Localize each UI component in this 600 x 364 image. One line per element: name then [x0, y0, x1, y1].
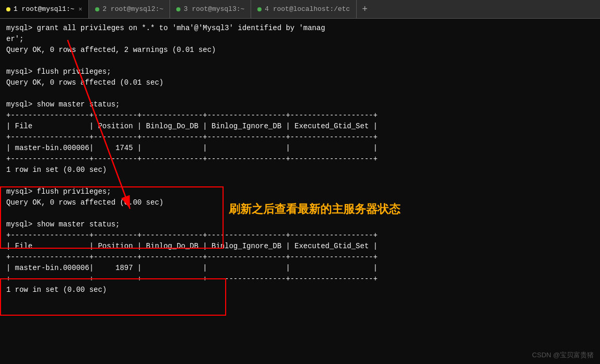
- line-0: mysql> grant all privileges on *.* to 'm…: [6, 23, 594, 34]
- line-22: | master-bin.000006| 1897 | | | |: [6, 263, 594, 274]
- tab-3-label: 3 root@mysql3:~: [184, 5, 244, 13]
- line-7: mysql> show master status;: [6, 99, 594, 110]
- new-tab-button[interactable]: +: [357, 0, 373, 18]
- line-10: +------------------+----------+---------…: [6, 132, 594, 143]
- line-13: 1 row in set (0.00 sec): [6, 165, 594, 176]
- line-23: +------------------+----------+---------…: [6, 274, 594, 285]
- line-20: | File | Position | Binlog_Do_DB | Binlo…: [6, 241, 594, 252]
- line-11: | master-bin.000006| 1745 | | | |: [6, 143, 594, 154]
- line-24: 1 row in set (0.00 sec): [6, 285, 594, 295]
- line-8: +------------------+----------+---------…: [6, 110, 594, 121]
- line-1: er';: [6, 34, 594, 45]
- line-14: [6, 176, 594, 186]
- tab-1-label: 1 root@mysql1:~: [14, 5, 74, 13]
- line-6: [6, 88, 594, 99]
- tab-2[interactable]: 2 root@mysql2:~: [89, 0, 170, 18]
- line-9: | File | Position | Binlog_Do_DB | Binlo…: [6, 121, 594, 132]
- tab-1[interactable]: 1 root@mysql1:~ ✕: [0, 0, 89, 18]
- tab-1-dot: [6, 7, 10, 11]
- csdn-watermark: CSDN @宝贝富贵猪: [532, 350, 594, 360]
- line-19: +------------------+----------+---------…: [6, 230, 594, 241]
- line-4: mysql> flush privileges;: [6, 66, 594, 77]
- line-5: Query OK, 0 rows affected (0.01 sec): [6, 77, 594, 88]
- line-21: +------------------+----------+---------…: [6, 252, 594, 263]
- tab-3[interactable]: 3 root@mysql3:~: [170, 0, 251, 18]
- line-17: [6, 208, 594, 219]
- line-16: Query OK, 0 rows affected (0.00 sec): [6, 197, 594, 208]
- tab-2-label: 2 root@mysql2:~: [102, 5, 163, 13]
- tab-2-dot: [95, 7, 99, 11]
- tab-4-dot: [257, 7, 262, 11]
- tab-1-close[interactable]: ✕: [74, 5, 82, 13]
- terminal-area: mysql> grant all privileges on *.* to 'm…: [0, 19, 600, 364]
- tab-4-label: 4 root@localhost:/etc: [265, 5, 350, 13]
- tab-4[interactable]: 4 root@localhost:/etc: [251, 0, 357, 18]
- tab-3-dot: [176, 7, 180, 11]
- line-12: +------------------+----------+---------…: [6, 154, 594, 165]
- line-3: [6, 56, 594, 66]
- tab-bar: 1 root@mysql1:~ ✕ 2 root@mysql2:~ 3 root…: [0, 0, 600, 19]
- line-15: mysql> flush privileges;: [6, 186, 594, 197]
- line-2: Query OK, 0 rows affected, 2 warnings (0…: [6, 45, 594, 56]
- line-18: mysql> show master status;: [6, 219, 594, 230]
